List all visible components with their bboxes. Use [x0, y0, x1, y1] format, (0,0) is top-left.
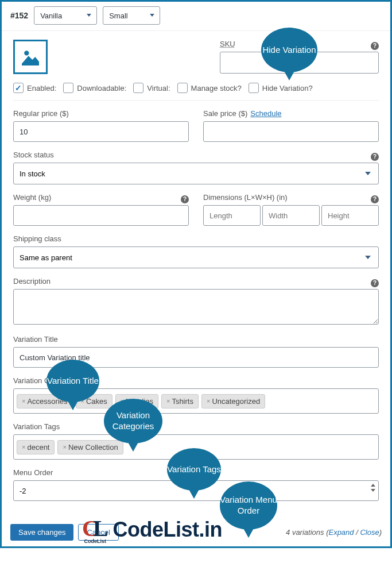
category-tag[interactable]: ×Tshirts [161, 394, 199, 408]
attribute-2-select[interactable]: Small [103, 6, 160, 25]
stepper-icon[interactable] [371, 484, 375, 492]
remove-icon[interactable]: × [22, 444, 25, 450]
remove-icon[interactable]: × [166, 398, 170, 404]
checkbox-icon [177, 83, 188, 93]
variation-tags-callout: Variation Tags [167, 448, 221, 491]
variation-categories-callout: Variation Categories [104, 399, 162, 444]
downloadable-check[interactable]: Downloadable: [63, 83, 126, 93]
regular-price-label: Regular price ($) [13, 109, 189, 118]
options-row: Enabled: Downloadable: Virtual: Manage s… [13, 83, 379, 101]
codelist-watermark: C L CodeList CodeList.in [82, 515, 222, 544]
height-input[interactable] [321, 205, 379, 226]
remove-icon[interactable]: × [22, 398, 25, 404]
sku-label: SKU [220, 40, 235, 48]
variation-tags-label: Variation Tags [13, 422, 379, 431]
category-tag[interactable]: ×Uncategorized [201, 394, 265, 408]
variations-summary: 4 variations (Expand / Close) [286, 528, 382, 537]
description-textarea[interactable] [13, 289, 379, 325]
weight-input[interactable] [13, 205, 189, 226]
variation-menu-order-callout: Variation Menu Order [220, 481, 277, 530]
attribute-1-select[interactable]: Vanilla [34, 6, 97, 25]
sale-price-input[interactable] [203, 121, 379, 142]
remove-icon[interactable]: × [63, 444, 66, 450]
stock-status-label: Stock status [13, 151, 54, 159]
tag-item[interactable]: ×New Collection [57, 440, 123, 454]
panel-footer: Save changes Cancel C L CodeList CodeLis… [2, 518, 390, 546]
help-icon[interactable]: ? [371, 42, 379, 50]
enabled-check[interactable]: Enabled: [13, 83, 56, 93]
help-icon[interactable]: ? [371, 279, 379, 287]
remove-icon[interactable]: × [207, 398, 210, 404]
help-icon[interactable]: ? [181, 195, 189, 203]
checkbox-icon [63, 83, 73, 93]
variation-image-placeholder[interactable] [13, 40, 48, 74]
shipping-class-select[interactable]: Same as parent [13, 246, 379, 268]
length-input[interactable] [203, 205, 261, 226]
svg-point-1 [24, 51, 29, 55]
expand-link[interactable]: Expand [328, 528, 354, 537]
shipping-class-label: Shipping class [13, 234, 379, 243]
image-icon [19, 45, 42, 68]
hide-variation-callout: Hide Variation [261, 28, 317, 72]
checkbox-icon [13, 83, 24, 93]
virtual-check[interactable]: Virtual: [133, 83, 170, 93]
checkbox-icon [249, 83, 259, 93]
manage-stock-check[interactable]: Manage stock? [177, 83, 242, 93]
weight-label: Weight (kg) [13, 193, 51, 202]
stock-status-select[interactable]: In stock [13, 163, 379, 184]
variation-panel: #152 Vanilla Small Hide Variation SKU [0, 0, 392, 548]
help-icon[interactable]: ? [371, 153, 379, 161]
variation-header: #152 Vanilla Small [2, 6, 390, 31]
tag-item[interactable]: ×decent [17, 440, 55, 454]
sale-price-label: Sale price ($) Schedule [203, 109, 379, 118]
close-link[interactable]: Close [360, 528, 379, 537]
schedule-link[interactable]: Schedule [250, 109, 281, 118]
checkbox-icon [133, 83, 143, 93]
dimensions-label: Dimensions (L×W×H) (in) [203, 193, 288, 202]
variation-id: #152 [10, 11, 28, 20]
description-label: Description [13, 277, 51, 286]
regular-price-input[interactable] [13, 121, 189, 142]
save-button[interactable]: Save changes [10, 524, 73, 541]
help-icon[interactable]: ? [371, 195, 379, 203]
hide-variation-check[interactable]: Hide Variation? [249, 83, 313, 93]
variation-body: Hide Variation SKU ? Enabled: Downloadab… [2, 31, 390, 518]
variation-title-label: Variation Title [13, 335, 379, 344]
variation-title-callout: Variation Title [46, 360, 99, 402]
width-input[interactable] [262, 205, 320, 226]
